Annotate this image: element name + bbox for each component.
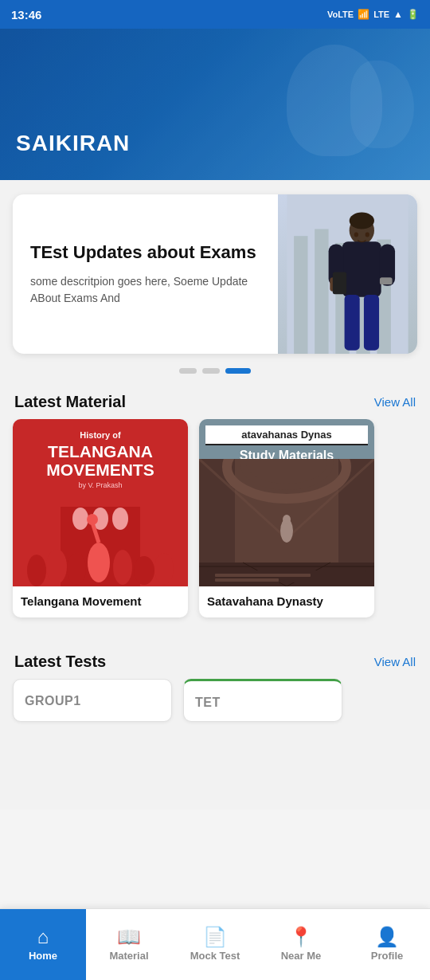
svg-point-28 [113,550,132,585]
svg-point-16 [366,232,369,237]
battery-icon: 🔋 [407,9,419,20]
svg-rect-17 [380,277,393,284]
carousel-dot-1[interactable] [179,368,197,374]
nav-near-me[interactable]: 📍 Near Me [258,909,344,980]
svg-rect-49 [215,578,279,582]
latest-tests-title: Latest Tests [14,653,106,671]
volte-icon: VoLTE [327,10,354,19]
signal-icon: ▲ [393,9,403,20]
promo-card[interactable]: TEst Updates about Exams some descritpio… [13,194,417,354]
nav-home[interactable]: ⌂ Home [0,909,86,980]
header-decoration-2 [350,61,414,148]
svg-rect-48 [215,574,311,577]
wifi-icon: 📶 [358,9,369,20]
svg-point-15 [354,232,358,237]
test-card-tet-title: TET [195,696,330,710]
svg-point-26 [67,553,86,585]
material-card-satavahana[interactable]: atavahanas Dynas Study Materials [199,419,374,617]
tests-list: GROUP1 TET [0,679,430,730]
lte-icon: LTE [373,10,389,19]
material-label-telangana: Telangana Movement [13,586,188,617]
material-card-telangana[interactable]: History of TELANGANAMOVEMENTS by V. Prak… [13,419,188,617]
svg-point-29 [134,556,154,585]
latest-material-title: Latest Material [14,393,126,411]
svg-rect-2 [315,229,328,354]
promo-image-area [278,194,417,354]
svg-point-32 [87,514,98,525]
nav-mock-test[interactable]: 📄 Mock Test [172,909,258,980]
latest-tests-view-all[interactable]: View All [374,655,416,668]
status-icons: VoLTE 📶 LTE ▲ 🔋 [327,9,419,20]
promo-card-section: TEst Updates about Exams some descritpio… [0,180,430,360]
book-telangana-main: TELANGANAMOVEMENTS [46,442,154,479]
svg-rect-12 [333,272,346,294]
book-cover-telangana: History of TELANGANAMOVEMENTS by V. Prak… [13,419,188,586]
nav-profile-label: Profile [371,950,403,962]
test-card-group1[interactable]: GROUP1 [13,679,172,722]
app-title: SAIKIRAN [16,131,130,156]
svg-point-27 [88,543,110,582]
latest-material-header: Latest Material View All [0,378,430,419]
promo-description: some descritpion goes here, Soeme Update… [30,273,265,307]
svg-point-24 [27,555,46,586]
book-telangana-top: History of [80,430,120,441]
svg-rect-1 [294,236,307,354]
book-telangana-author: by V. Prakash [78,481,122,489]
test-card-tet[interactable]: TET [183,679,342,722]
promo-person-svg [278,194,417,354]
profile-icon: 👤 [375,927,399,947]
carousel-dot-2[interactable] [202,368,220,374]
svg-point-23 [112,508,128,530]
bottom-nav: ⌂ Home 📖 Material 📄 Mock Test 📍 Near Me … [0,908,430,980]
promo-text-area: TEst Updates about Exams some descritpio… [13,194,278,354]
material-label-satavahana: Satavahana Dynasty [199,586,374,617]
material-icon: 📖 [117,927,141,947]
main-content: TEst Updates about Exams some descritpio… [0,180,430,809]
library-svg [199,459,374,586]
nav-near-me-label: Near Me [281,950,322,962]
carousel-dot-3[interactable] [225,368,251,374]
nav-material-label: Material [109,950,148,962]
material-list: History of TELANGANAMOVEMENTS by V. Prak… [0,419,430,625]
latest-tests-header: Latest Tests View All [0,638,430,679]
nav-home-label: Home [29,950,57,962]
svg-point-30 [154,553,174,585]
near-me-icon: 📍 [289,927,313,947]
nav-profile[interactable]: 👤 Profile [344,909,430,980]
svg-point-21 [72,508,88,530]
svg-rect-8 [342,241,381,297]
test-card-group1-title: GROUP1 [25,694,160,708]
svg-point-7 [350,213,374,229]
svg-rect-14 [364,295,379,351]
svg-rect-13 [345,295,360,351]
status-time: 13:46 [11,8,41,22]
carousel-dots [0,368,430,374]
mock-test-icon: 📄 [203,927,227,947]
home-icon: ⌂ [37,927,49,947]
book-silhouette-svg [13,491,188,586]
promo-heading: TEst Updates about Exams [30,241,265,264]
status-bar: 13:46 VoLTE 📶 LTE ▲ 🔋 [0,0,430,29]
book-cover-satavahana: atavahanas Dynas Study Materials [199,419,374,586]
nav-material[interactable]: 📖 Material [86,909,172,980]
book-satavahana-top: atavahanas Dynas [205,425,368,445]
header-banner: SAIKIRAN [0,29,430,180]
svg-point-25 [46,549,67,584]
nav-mock-test-label: Mock Test [190,950,240,962]
latest-material-view-all[interactable]: View All [374,395,416,409]
svg-point-43 [283,515,291,524]
